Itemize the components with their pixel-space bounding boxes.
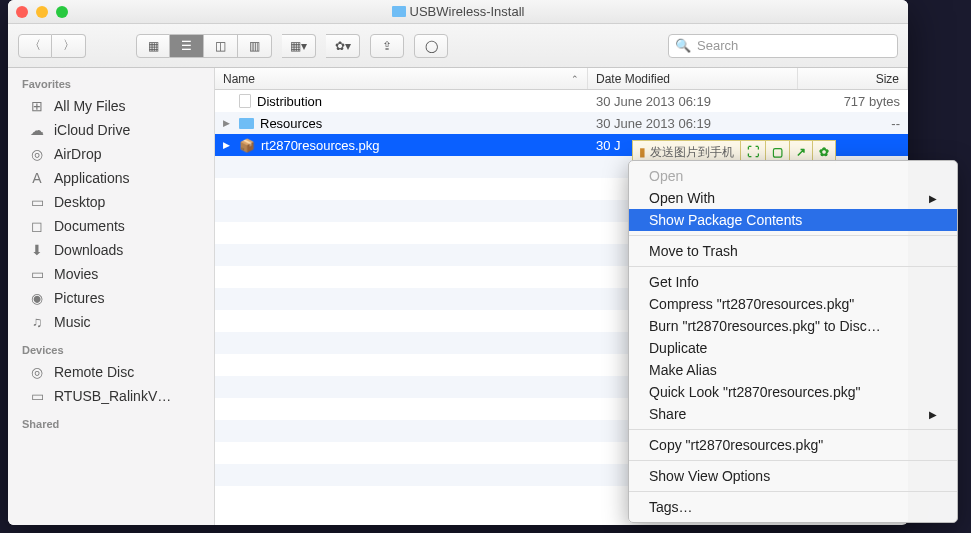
ctx-get-info[interactable]: Get Info [629,271,957,293]
column-date[interactable]: Date Modified [588,68,798,89]
file-row[interactable]: Distribution 30 June 2013 06:19 717 byte… [215,90,908,112]
ctx-open-with[interactable]: Open With▶ [629,187,957,209]
zoom-button[interactable] [56,6,68,18]
context-menu: Open Open With▶ Show Package Contents Mo… [628,160,958,523]
nav-buttons: 〈 〉 [18,34,86,58]
ctx-duplicate[interactable]: Duplicate [629,337,957,359]
arrange-group: ▦▾ [282,34,316,58]
sidebar-item-icloud[interactable]: ☁iCloud Drive [8,118,214,142]
expand-icon: ⛶ [747,145,759,159]
downloads-icon: ⬇ [28,242,46,258]
column-size[interactable]: Size [798,68,908,89]
search-placeholder: Search [697,38,738,53]
documents-icon: ◻ [28,218,46,234]
list-header: Name⌃ Date Modified Size [215,68,908,90]
coverflow-view-button[interactable]: ▥ [238,34,272,58]
share-icon: ↗ [796,145,806,159]
ctx-open[interactable]: Open [629,165,957,187]
sort-indicator-icon: ⌃ [571,74,579,84]
tags-button[interactable]: ◯ [414,34,448,58]
ctx-tags[interactable]: Tags… [629,496,957,518]
traffic-lights [16,6,68,18]
ctx-quick-look[interactable]: Quick Look "rt2870resources.pkg" [629,381,957,403]
applications-icon: A [28,170,46,186]
list-view-button[interactable]: ☰ [170,34,204,58]
folder-icon [239,118,254,129]
ctx-burn[interactable]: Burn "rt2870resources.pkg" to Disc… [629,315,957,337]
close-button[interactable] [16,6,28,18]
title-text: USBWireless-Install [410,4,525,19]
ctx-separator [629,235,957,236]
sidebar-item-remote-disc[interactable]: ◎Remote Disc [8,360,214,384]
pictures-icon: ◉ [28,290,46,306]
desktop-icon: ▭ [28,194,46,210]
drive-icon: ▭ [28,388,46,404]
search-icon: 🔍 [675,38,691,53]
sidebar-item-rtusb[interactable]: ▭RTUSB_RalinkV… [8,384,214,408]
sidebar-item-airdrop[interactable]: ◎AirDrop [8,142,214,166]
disclosure-icon[interactable]: ▶ [223,118,233,128]
sidebar-section-devices: Devices [8,340,214,360]
sidebar-section-shared: Shared [8,414,214,434]
ctx-separator [629,266,957,267]
sidebar-section-favorites: Favorites [8,74,214,94]
action-group: ✿▾ [326,34,360,58]
ctx-separator [629,429,957,430]
ctx-move-to-trash[interactable]: Move to Trash [629,240,957,262]
sidebar-item-applications[interactable]: AApplications [8,166,214,190]
ctx-show-view-options[interactable]: Show View Options [629,465,957,487]
sidebar-item-pictures[interactable]: ◉Pictures [8,286,214,310]
back-button[interactable]: 〈 [18,34,52,58]
file-row[interactable]: ▶Resources 30 June 2013 06:19 -- [215,112,908,134]
sidebar-item-movies[interactable]: ▭Movies [8,262,214,286]
ctx-compress[interactable]: Compress "rt2870resources.pkg" [629,293,957,315]
save-icon: ▢ [772,145,783,159]
toolbar: 〈 〉 ▦ ☰ ◫ ▥ ▦▾ ✿▾ ⇪ ◯ 🔍 Search [8,24,908,68]
folder-icon [392,6,406,17]
sidebar-item-desktop[interactable]: ▭Desktop [8,190,214,214]
ctx-make-alias[interactable]: Make Alias [629,359,957,381]
sidebar: Favorites ⊞All My Files ☁iCloud Drive ◎A… [8,68,215,525]
submenu-arrow-icon: ▶ [929,409,937,420]
forward-button[interactable]: 〉 [52,34,86,58]
column-name[interactable]: Name⌃ [215,68,588,89]
titlebar: USBWireless-Install [8,0,908,24]
action-button[interactable]: ✿▾ [326,34,360,58]
sidebar-item-downloads[interactable]: ⬇Downloads [8,238,214,262]
search-field[interactable]: 🔍 Search [668,34,898,58]
disc-icon: ◎ [28,364,46,380]
airdrop-icon: ◎ [28,146,46,162]
ctx-separator [629,460,957,461]
column-view-button[interactable]: ◫ [204,34,238,58]
window-title: USBWireless-Install [8,4,908,19]
minimize-button[interactable] [36,6,48,18]
cloud-icon: ☁ [28,122,46,138]
ctx-share[interactable]: Share▶ [629,403,957,425]
view-mode-group: ▦ ☰ ◫ ▥ [136,34,272,58]
movies-icon: ▭ [28,266,46,282]
music-icon: ♫ [28,314,46,330]
sidebar-item-music[interactable]: ♫Music [8,310,214,334]
icon-view-button[interactable]: ▦ [136,34,170,58]
gear-icon: ✿ [819,145,829,159]
arrange-button[interactable]: ▦▾ [282,34,316,58]
ctx-separator [629,491,957,492]
grid-icon: ⊞ [28,98,46,114]
document-icon [239,94,251,108]
share-button[interactable]: ⇪ [370,34,404,58]
phone-icon: ▮ [639,145,646,159]
disclosure-icon[interactable]: ▶ [223,140,233,150]
sidebar-item-all-my-files[interactable]: ⊞All My Files [8,94,214,118]
ctx-show-package-contents[interactable]: Show Package Contents [629,209,957,231]
sidebar-item-documents[interactable]: ◻Documents [8,214,214,238]
ctx-copy[interactable]: Copy "rt2870resources.pkg" [629,434,957,456]
package-icon: 📦 [239,137,255,153]
submenu-arrow-icon: ▶ [929,193,937,204]
